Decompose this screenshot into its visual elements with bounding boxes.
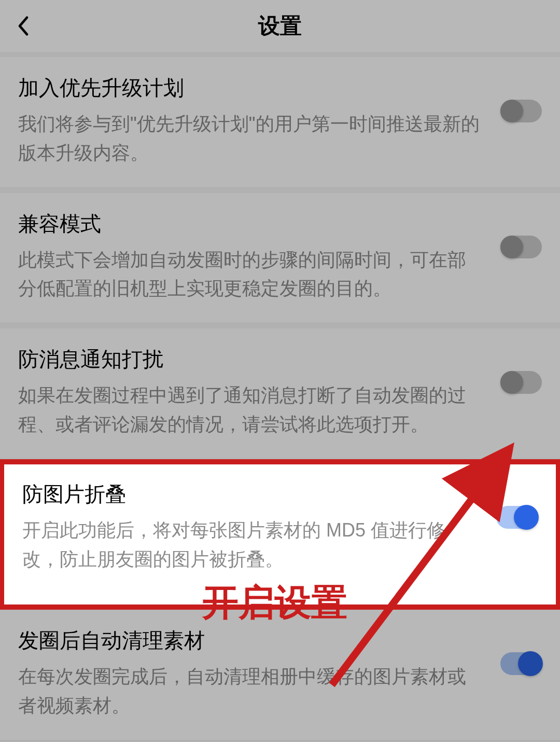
setting-description: 如果在发圈过程中遇到了通知消息打断了自动发圈的过程、或者评论漏发的情况，请尝试将… bbox=[18, 381, 480, 439]
toggle-notification-block[interactable] bbox=[500, 371, 542, 394]
spacer bbox=[0, 188, 560, 193]
toggle-auto-clean[interactable] bbox=[500, 652, 542, 675]
settings-list: 加入优先升级计划 我们将参与到"优先升级计划"的用户第一时间推送最新的版本升级内… bbox=[0, 57, 560, 742]
setting-title: 防图片折叠 bbox=[22, 480, 475, 509]
setting-title: 发圈后自动清理素材 bbox=[18, 626, 480, 655]
setting-item-priority-upgrade[interactable]: 加入优先升级计划 我们将参与到"优先升级计划"的用户第一时间推送最新的版本升级内… bbox=[0, 57, 560, 188]
setting-content: 防图片折叠 开启此功能后，将对每张图片素材的 MD5 值进行修改，防止朋友圈的图… bbox=[22, 480, 496, 574]
toggle-image-fold[interactable] bbox=[496, 506, 538, 529]
setting-content: 加入优先升级计划 我们将参与到"优先升级计划"的用户第一时间推送最新的版本升级内… bbox=[18, 74, 500, 168]
toggle-knob bbox=[518, 651, 543, 676]
setting-title: 防消息通知打扰 bbox=[18, 345, 480, 374]
setting-title: 兼容模式 bbox=[18, 210, 480, 238]
toggle-compat-mode[interactable] bbox=[500, 236, 542, 258]
setting-item-auto-clean[interactable]: 发圈后自动清理素材 在每次发圈完成后，自动清理相册中缓存的图片素材或者视频素材。 bbox=[0, 610, 560, 740]
spacer bbox=[0, 52, 560, 57]
back-button[interactable] bbox=[8, 10, 39, 42]
setting-description: 在每次发圈完成后，自动清理相册中缓存的图片素材或者视频素材。 bbox=[18, 662, 480, 720]
setting-content: 发圈后自动清理素材 在每次发圈完成后，自动清理相册中缓存的图片素材或者视频素材。 bbox=[18, 626, 500, 720]
setting-content: 兼容模式 此模式下会增加自动发圈时的步骤的间隔时间，可在部分低配置的旧机型上实现… bbox=[18, 210, 500, 304]
setting-item-image-fold[interactable]: 防图片折叠 开启此功能后，将对每张图片素材的 MD5 值进行修改，防止朋友圈的图… bbox=[0, 459, 560, 610]
page-title: 设置 bbox=[258, 11, 302, 40]
setting-description: 此模式下会增加自动发圈时的步骤的间隔时间，可在部分低配置的旧机型上实现更稳定发圈… bbox=[18, 245, 480, 304]
toggle-knob bbox=[500, 236, 523, 258]
setting-description: 我们将参与到"优先升级计划"的用户第一时间推送最新的版本升级内容。 bbox=[18, 109, 480, 168]
toggle-knob bbox=[514, 505, 539, 530]
toggle-knob bbox=[500, 371, 523, 394]
setting-item-compat-mode[interactable]: 兼容模式 此模式下会增加自动发圈时的步骤的间隔时间，可在部分低配置的旧机型上实现… bbox=[0, 193, 560, 324]
header: 设置 bbox=[0, 0, 560, 52]
toggle-knob bbox=[500, 100, 523, 122]
spacer bbox=[0, 323, 560, 328]
toggle-priority-upgrade[interactable] bbox=[500, 100, 542, 122]
setting-item-notification-block[interactable]: 防消息通知打扰 如果在发圈过程中遇到了通知消息打断了自动发圈的过程、或者评论漏发… bbox=[0, 328, 560, 459]
setting-content: 防消息通知打扰 如果在发圈过程中遇到了通知消息打断了自动发圈的过程、或者评论漏发… bbox=[18, 345, 500, 439]
chevron-left-icon bbox=[16, 15, 31, 37]
setting-description: 开启此功能后，将对每张图片素材的 MD5 值进行修改，防止朋友圈的图片被折叠。 bbox=[22, 516, 475, 574]
setting-title: 加入优先升级计划 bbox=[18, 74, 480, 102]
